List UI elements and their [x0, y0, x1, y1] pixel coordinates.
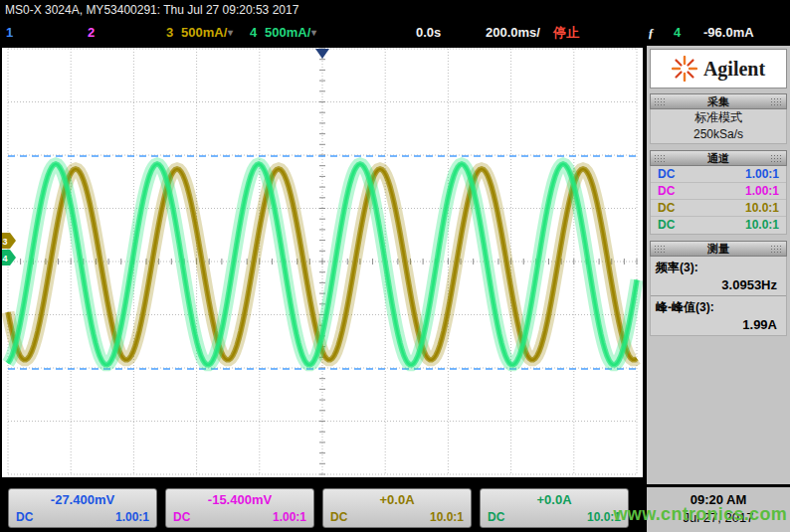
watermark: www.cntronics.com: [614, 504, 787, 525]
channel-2-status-box[interactable]: -15.400mV DC 1.00:1: [165, 488, 314, 528]
grip-icon: [654, 97, 667, 106]
measure-panel-header[interactable]: 测量: [650, 241, 787, 257]
channel-1-status-box[interactable]: -27.400mV DC 1.00:1: [8, 488, 157, 528]
measure-frequency-label: 频率(3):: [651, 257, 786, 276]
channel-1-coupling: DC: [658, 166, 675, 182]
scope-display-area: 34: [0, 46, 645, 479]
channel-1-indicator[interactable]: 1: [6, 20, 13, 46]
measure-panel: 测量 频率(3): 3.0953Hz 峰-峰值(3): 1.99A: [650, 241, 787, 336]
time-offset-readout[interactable]: 0.0s: [416, 20, 441, 46]
channel-4-indicator[interactable]: 4: [250, 20, 257, 46]
acquisition-panel-title: 采集: [707, 94, 729, 109]
measure-peak-to-peak-label: 峰-峰值(3):: [651, 296, 786, 316]
channel-3-indicator[interactable]: 3: [166, 20, 173, 46]
channels-panel: 通道 DC 1.00:1 DC 1.00:1 DC 10.0:1 DC 10.0…: [650, 150, 787, 235]
channel-3-scale[interactable]: 500mA/: [181, 20, 227, 46]
channel-2-probe-ratio: 1.00:1: [273, 509, 306, 525]
channel-4-row: DC 10.0:1: [651, 217, 786, 234]
channel-3-coupling: DC: [330, 509, 347, 525]
grip-icon: [770, 245, 783, 254]
grip-icon: [654, 154, 667, 163]
channel-3-status-box[interactable]: +0.0A DC 10.0:1: [322, 488, 472, 528]
timebase-readout[interactable]: 200.0ms/: [486, 20, 540, 46]
channel-2-coupling: DC: [658, 183, 675, 199]
trigger-slope-icon[interactable]: ƒ: [648, 20, 655, 46]
channel-1-coupling: DC: [16, 509, 33, 525]
channel-4-coupling: DC: [488, 509, 504, 525]
channel-4-menu-arrow-icon: ▾: [311, 20, 316, 46]
channel-2-probe-ratio: 1.00:1: [745, 183, 779, 199]
sample-rate: 250kSa/s: [651, 126, 786, 143]
agilent-spark-icon: [672, 56, 697, 82]
grip-icon: [770, 97, 783, 106]
channels-panel-title: 通道: [707, 151, 729, 166]
measure-panel-title: 测量: [707, 242, 729, 257]
grip-icon: [654, 245, 667, 254]
channel-4-offset-value: +0.0A: [481, 489, 628, 509]
channel-1-probe-ratio: 1.00:1: [115, 509, 149, 525]
channels-panel-header[interactable]: 通道: [650, 150, 787, 166]
acquisition-panel: 采集 标准模式 250kSa/s: [650, 93, 787, 144]
acquisition-mode: 标准模式: [651, 109, 786, 126]
acquisition-panel-header[interactable]: 采集: [650, 93, 787, 109]
channel-4-status-box[interactable]: +0.0A DC 10.0:1: [480, 488, 629, 528]
channel-1-offset-value: -27.400mV: [9, 489, 156, 509]
channel-3-offset-value: +0.0A: [323, 489, 471, 509]
measure-peak-to-peak-value: 1.99A: [651, 316, 786, 335]
channel-3-menu-arrow-icon: ▾: [228, 20, 233, 46]
channel-3-probe-ratio: 10.0:1: [430, 509, 464, 525]
grip-icon: [770, 154, 783, 163]
trigger-source-readout[interactable]: 4: [674, 20, 681, 46]
channel-2-coupling: DC: [173, 509, 190, 525]
svg-text:3: 3: [3, 237, 8, 247]
status-bar: 1 2 3 500mA/ ▾ 4 500mA/ ▾ 0.0s 200.0ms/ …: [0, 20, 790, 46]
channel-1-row: DC 1.00:1: [651, 166, 786, 183]
channel-2-offset-value: -15.400mV: [166, 489, 313, 509]
channel-4-scale[interactable]: 500mA/: [265, 20, 310, 46]
brand-name: Agilent: [703, 58, 765, 81]
window-title: MS0-X 3024A, MY53400291: Thu Jul 27 09:2…: [0, 0, 790, 20]
trigger-level-readout[interactable]: -96.0mA: [703, 20, 754, 46]
waveform-display[interactable]: 34: [0, 46, 645, 479]
channel-4-coupling: DC: [658, 217, 675, 234]
channel-3-probe-ratio: 10.0:1: [745, 200, 779, 216]
svg-text:4: 4: [3, 254, 8, 264]
channel-3-coupling: DC: [658, 200, 675, 216]
run-state-badge[interactable]: 停止: [553, 20, 579, 46]
agilent-logo: Agilent: [650, 49, 787, 89]
channel-3-row: DC 10.0:1: [651, 200, 786, 217]
measure-frequency-value: 3.0953Hz: [651, 276, 786, 296]
sidebar: Agilent 采集 标准模式 250kSa/s 通道 DC 1.00:1 DC…: [645, 46, 790, 484]
channel-2-indicator[interactable]: 2: [88, 20, 95, 46]
channel-1-probe-ratio: 1.00:1: [745, 166, 779, 182]
channel-4-probe-ratio: 10.0:1: [745, 217, 779, 234]
channel-2-row: DC 1.00:1: [651, 183, 786, 200]
